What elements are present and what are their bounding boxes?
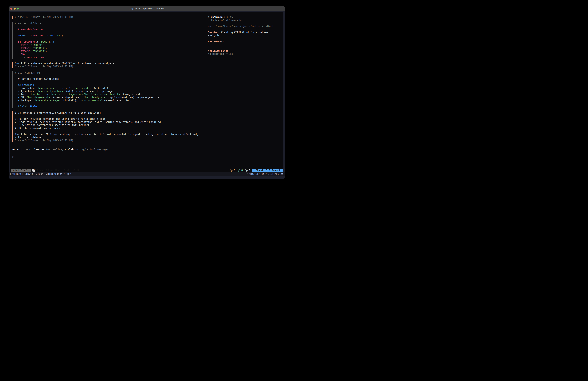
text-line: - Package: `bun add <package>` (install)…	[15, 99, 205, 102]
text-line: 2. Code style guidelines covering import…	[15, 121, 205, 124]
assistant-message: Now I'll create a comprehensive CONTEXT.…	[12, 62, 205, 68]
sidebar-line: LSP Servers	[208, 40, 285, 43]
diagnostic-count: 0	[234, 169, 235, 172]
minimize-button[interactable]	[14, 8, 16, 10]
text-line: # Radiant Project Guidelines	[15, 77, 205, 81]
sidebar-line: No modified files	[208, 52, 285, 56]
text-line: #!/usr/bin/env bun	[15, 28, 205, 31]
sidebar-line: © OpenCode 0.0.45	[208, 16, 285, 19]
text-line: - Test: `bun test` or `bun test packages…	[15, 93, 205, 96]
text-line: ...process.env,	[15, 56, 205, 59]
diagnostic-counter: w0	[230, 169, 235, 172]
warning-count-icon: w	[230, 169, 233, 172]
diagnostics-group: w0i0h0 Claude 3.7 Sonnet	[230, 169, 283, 172]
sidebar-line: cwd: /home/thdxr/dev/projects/radiant/ra…	[208, 25, 285, 28]
diagnostic-counter: h0	[245, 169, 250, 172]
text-line: 1. Build/lint/test commands including ho…	[15, 117, 205, 121]
close-button[interactable]	[10, 8, 12, 10]
sidebar-line: Session: Creating CONTEXT.md for codebas…	[208, 31, 285, 34]
sidebar-line	[208, 22, 285, 25]
prompt-symbol: >	[12, 156, 14, 158]
text-line: stdout: "inherit",	[15, 46, 205, 49]
text-line	[15, 130, 205, 133]
tmux-host-clock: "romulus" 15:41 14-May-25	[247, 172, 283, 176]
text-line: 3. CSS styling conventions specific to t…	[15, 124, 205, 127]
opencode-app: Claude 3.7 Sonnet (14 May 2025 03:41 PM)…	[10, 12, 283, 172]
text-line: Bun.spawnSync([`psql`], {	[15, 40, 205, 44]
diagnostic-counter: i0	[237, 169, 243, 172]
traffic-lights	[10, 6, 19, 11]
text-line: Claude 3.7 Sonnet (14 May 2025 03:41 PM)	[15, 65, 205, 68]
text-line	[15, 102, 205, 105]
hint-count-icon: h	[245, 169, 248, 172]
text-line: ## Code Style	[15, 105, 205, 108]
sidebar-line	[208, 43, 285, 46]
maximize-button[interactable]	[17, 8, 19, 10]
text-line	[15, 81, 205, 84]
text-line: env: {	[15, 53, 205, 56]
sidebar: © OpenCode 0.0.45github.com/sst/opencode…	[208, 16, 285, 56]
text-line: ## Commands	[15, 84, 205, 87]
chat-area: Claude 3.7 Sonnet (14 May 2025 03:41 PM)…	[12, 16, 205, 145]
text-line	[15, 74, 205, 77]
help-shortcut-chip: ctrl+? help	[11, 169, 31, 172]
tmux-session-windows[interactable]: [radiant] 1:nvim 2:zsh- 3:opencode* 4:zs…	[10, 172, 71, 176]
desktop: [2/3] radiant:3:opencode - "romulus" Cla…	[0, 0, 294, 190]
text-line: stdin: "inherit",	[15, 44, 205, 46]
text-line: stderr: "inherit",	[15, 49, 205, 53]
tokens-cost-chip: Tokens: 16.4K (8%), Cost: $0.12	[32, 169, 35, 172]
text-line: Write: CONTEXT.md	[15, 71, 205, 74]
assistant-message-header: Claude 3.7 Sonnet (14 May 2025 03:41 PM)	[12, 16, 205, 19]
text-line: The file is concise (20 lines) and captu…	[15, 133, 205, 136]
text-line: - TypeCheck: `bun run typecheck` (all) o…	[15, 90, 205, 93]
text-line: Claude 3.7 Sonnet (14 May 2025 03:41 PM)	[15, 139, 205, 142]
sidebar-line	[208, 37, 285, 40]
info-count-icon: i	[237, 169, 240, 172]
input-divider	[11, 152, 283, 152]
assistant-message: I've created a comprehensive CONTEXT.md …	[12, 112, 205, 142]
text-line: with this codebase.	[15, 136, 205, 139]
sidebar-line: github.com/sst/opencode	[208, 19, 285, 22]
sidebar-line: analysis	[208, 34, 285, 37]
text-line: Claude 3.7 Sonnet (14 May 2025 03:41 PM)	[15, 16, 205, 19]
sidebar-line: Modified Files:	[208, 49, 285, 52]
text-line	[15, 37, 205, 40]
text-line	[15, 31, 205, 34]
text-line: - DB: `bun db generate` (create migratio…	[15, 96, 205, 99]
text-line: Now I'll create a comprehensive CONTEXT.…	[15, 62, 205, 65]
text-line: 4. Database operations guidance	[15, 127, 205, 130]
tool-view-block: View: script/db.ts #!/usr/bin/env bun im…	[12, 22, 205, 59]
window-title: [2/3] radiant:3:opencode - "romulus"	[9, 6, 285, 11]
tool-write-block: Write: CONTEXT.md # Radiant Project Guid…	[12, 71, 205, 108]
text-line: import { Resource } from "sst";	[15, 34, 205, 37]
text-line: View: script/db.ts	[15, 22, 205, 25]
status-bar: ctrl+? help Tokens: 16.4K (8%), Cost: $0…	[11, 169, 283, 172]
text-line	[15, 25, 205, 28]
terminal-window: [2/3] radiant:3:opencode - "romulus" Cla…	[9, 6, 285, 179]
keybinding-help-text: enter to send, \+enter for newline, ctrl…	[12, 148, 109, 151]
diagnostic-count: 0	[249, 169, 250, 172]
sidebar-line	[208, 46, 285, 49]
model-badge: Claude 3.7 Sonnet	[252, 169, 283, 172]
sidebar-line	[208, 28, 285, 31]
text-line	[15, 114, 205, 117]
diagnostic-count: 0	[241, 169, 243, 172]
titlebar: [2/3] radiant:3:opencode - "romulus"	[9, 6, 285, 11]
text-line: - Build/Dev: `bun run dev` (project), `b…	[15, 87, 205, 90]
tmux-status-bar: [radiant] 1:nvim 2:zsh- 3:opencode* 4:zs…	[9, 172, 285, 176]
text-line: I've created a comprehensive CONTEXT.md …	[15, 112, 205, 114]
